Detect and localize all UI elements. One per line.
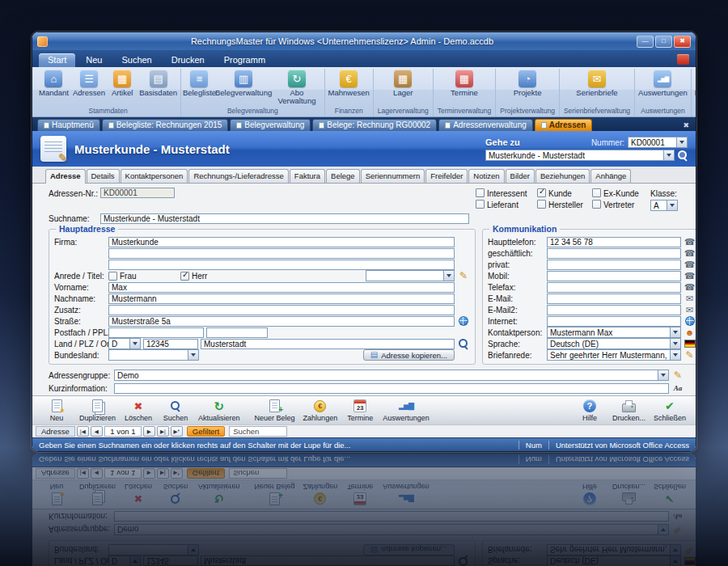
tab-bilder[interactable]: Bilder <box>506 169 535 183</box>
toolbar-button-drucken[interactable]: Drucken... <box>609 481 649 508</box>
kurzinformation-input[interactable] <box>114 383 669 394</box>
pencil-icon[interactable]: ✎ <box>459 271 468 281</box>
strasse-input[interactable] <box>108 316 455 327</box>
toolbar-button-hilfe[interactable]: ? Hilfe <box>572 481 607 508</box>
toolbar-button-loeschen[interactable]: ✖ Löschen <box>121 397 156 424</box>
maximize-button[interactable]: □ <box>655 36 672 48</box>
firma2-input[interactable] <box>108 248 455 259</box>
next-record-button[interactable]: ▶ <box>143 426 155 437</box>
klasse-combo[interactable]: A <box>650 200 678 211</box>
firma3-input[interactable] <box>108 260 455 270</box>
nachname-input[interactable] <box>108 294 455 304</box>
filtered-badge[interactable]: Gefiltert <box>187 468 225 479</box>
ribbon-tab-start[interactable]: Start <box>39 53 75 67</box>
ribbon-tab-programm[interactable]: Programm <box>215 53 274 67</box>
chevron-down-icon[interactable] <box>129 556 140 566</box>
doc-tab-belegverwaltung[interactable]: Belegverwaltung <box>230 119 311 131</box>
chevron-down-icon[interactable] <box>670 350 680 360</box>
geschaeftlich-input[interactable] <box>547 248 681 259</box>
tab-freifelder[interactable]: Freifelder <box>425 169 468 183</box>
person-icon[interactable]: ☻ <box>685 328 695 337</box>
email-input[interactable] <box>547 294 681 304</box>
ribbon-tab-suchen[interactable]: Suchen <box>112 53 160 67</box>
search-icon[interactable] <box>678 150 688 160</box>
adressengruppe-combo[interactable]: Demo <box>114 370 669 381</box>
chevron-down-icon[interactable] <box>670 545 680 555</box>
new-record-button[interactable]: ▶* <box>171 426 183 437</box>
last-record-button[interactable]: ▶| <box>157 426 169 437</box>
ribbon-button-adressen[interactable]: ☰ Adressen <box>71 69 107 98</box>
toolbar-button-auswertungen[interactable]: ▂▅▇ Auswertungen <box>379 481 433 508</box>
checkbox-interessent[interactable] <box>476 188 485 197</box>
ribbon-button-serienbriefe[interactable]: ✉ Serienbriefe <box>574 69 619 98</box>
tab-adresse[interactable]: Adresse <box>45 169 86 184</box>
ribbon-button-basisdaten[interactable]: ▤ Basisdaten <box>138 69 179 98</box>
pencil-icon[interactable]: ✎ <box>674 370 682 380</box>
doc-tab-belege-rechnung[interactable]: Belege: Rechnung RG00002 <box>312 119 437 131</box>
checkbox-lieferant[interactable] <box>476 200 485 209</box>
chevron-down-icon[interactable] <box>188 545 198 555</box>
chevron-down-icon[interactable] <box>658 525 668 534</box>
search-icon[interactable] <box>459 339 468 348</box>
bundesland-combo[interactable] <box>108 544 199 555</box>
prev-record-button[interactable]: ◀ <box>91 468 103 479</box>
checkbox-hersteller[interactable] <box>537 200 546 209</box>
chevron-down-icon[interactable] <box>188 350 198 360</box>
toolbar-button-zahlungen[interactable]: € Zahlungen <box>300 481 341 508</box>
ribbon-button-mahnwesen[interactable]: € Mahnwesen <box>327 69 371 98</box>
bundesland-combo[interactable] <box>108 349 199 361</box>
toolbar-button-neuer-beleg[interactable]: + Neuer Beleg <box>252 481 298 508</box>
last-record-button[interactable]: ▶| <box>157 468 169 479</box>
chevron-down-icon[interactable] <box>667 201 677 210</box>
prev-record-button[interactable]: ◀ <box>91 426 103 437</box>
mail-icon[interactable]: ✉ <box>686 306 693 315</box>
chevron-down-icon[interactable] <box>129 339 140 348</box>
mail-icon[interactable]: ✉ <box>686 294 693 303</box>
first-record-button[interactable]: |◀ <box>77 468 89 479</box>
ribbon-tab-neu[interactable]: Neu <box>77 53 111 67</box>
ort-input[interactable] <box>201 339 455 349</box>
checkbox-vertreter[interactable] <box>592 200 601 209</box>
ribbon-button-lager[interactable]: ▦ Lager <box>388 69 417 98</box>
chevron-down-icon[interactable] <box>676 137 687 147</box>
chevron-down-icon[interactable] <box>670 339 680 348</box>
font-icon[interactable]: Aa <box>674 513 683 520</box>
toolbar-button-zahlungen[interactable]: € Zahlungen <box>300 397 341 424</box>
filtered-badge[interactable]: Gefiltert <box>187 426 225 437</box>
doc-tab-adressen[interactable]: Adressen <box>535 119 593 131</box>
email2-input[interactable] <box>547 305 681 315</box>
tab-details[interactable]: Details <box>87 169 120 183</box>
briefanrede-combo[interactable]: Sehr geehrter Herr Mustermann, <box>547 544 681 555</box>
ribbon-button-belegliste[interactable]: ≡ Belegliste <box>183 69 216 98</box>
toolbar-button-termine[interactable]: 23 Termine <box>342 397 378 424</box>
telefax-input[interactable] <box>547 282 681 293</box>
checkbox-ex-kunde[interactable] <box>592 188 601 197</box>
globe-icon[interactable] <box>685 316 695 326</box>
toolbar-button-aktualisieren[interactable]: ↻ Aktualisieren <box>195 481 243 508</box>
plz-input[interactable] <box>143 339 198 349</box>
toolbar-button-termine[interactable]: 23 Termine <box>342 481 378 508</box>
toolbar-button-neu[interactable]: ★ Neu <box>39 481 74 508</box>
chevron-down-icon[interactable] <box>443 271 454 281</box>
ribbon-button-mandant[interactable]: ⌂ Mandant <box>37 69 70 98</box>
toolbar-button-schliessen[interactable]: ✔ Schließen <box>650 397 689 424</box>
ribbon-button-projekte[interactable]: ◔ Projekte <box>512 69 544 98</box>
ribbon-button-programm-beenden[interactable]: Programm beenden <box>693 69 696 106</box>
mobil-input[interactable] <box>547 271 681 281</box>
sprache-combo[interactable]: Deutsch (DE) <box>547 338 681 349</box>
land-combo[interactable]: D <box>108 555 141 566</box>
internet-input[interactable] <box>547 316 681 327</box>
adresse-kopieren-button[interactable]: ▤ Adresse kopieren... <box>363 544 455 555</box>
phone-icon[interactable]: ☎ <box>684 238 696 247</box>
toolbar-button-loeschen[interactable]: ✖ Löschen <box>121 481 156 508</box>
minimize-button[interactable]: — <box>637 36 654 48</box>
toolbar-button-duplizieren[interactable]: Duplizieren <box>76 481 119 508</box>
ribbon-button-auswertungen[interactable]: ▂▅▇ Auswertungen <box>637 69 689 98</box>
tab-beziehungen[interactable]: Beziehungen <box>535 169 590 183</box>
chevron-down-icon[interactable] <box>663 150 674 160</box>
ribbon-button-artikel[interactable]: ▦ Artikel <box>108 69 137 98</box>
chevron-down-icon[interactable] <box>658 370 668 380</box>
ort-input[interactable] <box>201 556 455 566</box>
pplz-input[interactable] <box>206 327 268 338</box>
toolbar-button-neuer-beleg[interactable]: + Neuer Beleg <box>252 397 298 424</box>
